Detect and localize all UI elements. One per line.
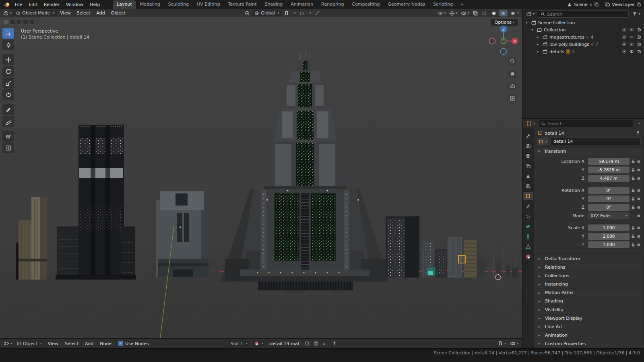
ortho-toggle-icon[interactable] bbox=[508, 94, 517, 103]
menu-edit[interactable]: Edit bbox=[25, 1, 40, 8]
properties-options-button[interactable]: ▾ bbox=[636, 120, 641, 127]
tab-geometry-nodes[interactable]: Geometry Nodes bbox=[384, 0, 429, 9]
eye-icon[interactable] bbox=[629, 35, 634, 39]
panel-instancing[interactable]: ▸Instancing bbox=[535, 280, 643, 288]
menu-window[interactable]: Window bbox=[63, 1, 87, 8]
pin-icon[interactable] bbox=[331, 340, 338, 347]
id-type-button[interactable]: ▾ bbox=[537, 138, 549, 145]
lock-icon[interactable] bbox=[630, 196, 636, 201]
animate-dot[interactable]: ● bbox=[636, 188, 641, 192]
tab-compositing[interactable]: Compositing bbox=[348, 0, 384, 9]
eye-icon[interactable] bbox=[629, 27, 634, 32]
location-x-field[interactable]: 59.179 m bbox=[588, 158, 630, 165]
tab-scene[interactable] bbox=[523, 172, 533, 180]
checkbox-icon[interactable] bbox=[622, 35, 627, 39]
camera-render-icon[interactable] bbox=[636, 35, 641, 39]
panel-line-art[interactable]: ▸Line Art bbox=[535, 323, 643, 331]
tool-extras[interactable] bbox=[2, 142, 14, 153]
eye-icon[interactable] bbox=[629, 42, 634, 47]
building-mid[interactable] bbox=[156, 191, 208, 277]
gizmo-x-label[interactable]: X bbox=[514, 39, 516, 43]
show-overlays-dropdown[interactable]: ▾ bbox=[460, 10, 471, 16]
tab-object[interactable] bbox=[523, 192, 533, 200]
rotation-mode-dropdown[interactable]: XYZ Euler▾ bbox=[588, 212, 630, 219]
animate-dot[interactable]: ● bbox=[636, 176, 641, 180]
tab-object-data[interactable] bbox=[523, 242, 533, 251]
falloff-icon[interactable] bbox=[313, 10, 321, 16]
animate-dot[interactable]: ● bbox=[636, 159, 641, 163]
rotation-x-field[interactable]: 0° bbox=[588, 187, 630, 194]
material-browse-dropdown[interactable]: ▾ bbox=[252, 340, 266, 347]
xray-toggle[interactable] bbox=[471, 10, 479, 16]
unlink-material-icon[interactable]: × bbox=[321, 340, 327, 347]
tab-texture-paint[interactable]: Texture Paint bbox=[224, 0, 261, 9]
tab-physics[interactable] bbox=[523, 222, 533, 230]
tab-animation[interactable]: Animation bbox=[287, 0, 317, 9]
properties-search-input[interactable] bbox=[547, 121, 631, 126]
tab-scripting[interactable]: Scripting bbox=[429, 0, 457, 9]
breadcrumb-object-name[interactable]: detail 14 bbox=[545, 131, 564, 136]
animate-dot[interactable]: ● bbox=[636, 234, 641, 238]
scale-z-field[interactable]: 1.000 bbox=[588, 241, 630, 248]
menu-render[interactable]: Render bbox=[41, 1, 63, 8]
tab-constraints[interactable] bbox=[523, 232, 533, 241]
transform-section-header[interactable]: ▾ Transform bbox=[535, 148, 643, 155]
tab-sculpting[interactable]: Sculpting bbox=[164, 0, 193, 9]
tool-transform[interactable] bbox=[2, 89, 14, 100]
node-overlay-button[interactable]: ▾ bbox=[509, 340, 520, 347]
animate-dot[interactable]: ● bbox=[636, 226, 641, 230]
menu-help[interactable]: Help bbox=[87, 1, 103, 8]
outliner-filter-button[interactable]: ▾ bbox=[631, 11, 642, 18]
scene-selector[interactable]: Scene × bbox=[567, 2, 599, 7]
eye-icon[interactable] bbox=[629, 49, 634, 54]
select-mode-subtract-icon[interactable] bbox=[17, 19, 22, 25]
outliner-row-megastructures[interactable]: ▸ megastructures ▽ 4 bbox=[522, 33, 644, 41]
snap-toggle-button[interactable] bbox=[283, 10, 291, 16]
scale-x-field[interactable]: 1.000 bbox=[588, 224, 630, 231]
menu-node-view[interactable]: View bbox=[45, 341, 61, 347]
camera-render-icon[interactable] bbox=[636, 27, 641, 32]
properties-search[interactable] bbox=[538, 120, 634, 127]
outliner-row-collection[interactable]: ▾ Collection bbox=[522, 26, 644, 33]
tab-layout[interactable]: Layout bbox=[113, 0, 136, 9]
panel-shading[interactable]: ▸Shading bbox=[535, 297, 643, 305]
gizmo-y-ball[interactable] bbox=[501, 38, 506, 43]
tab-material[interactable] bbox=[523, 252, 533, 261]
menu-add[interactable]: Add bbox=[93, 10, 107, 16]
tab-shading[interactable]: Shading bbox=[261, 0, 287, 9]
panel-viewport-display[interactable]: ▸Viewport Display bbox=[535, 315, 643, 322]
menu-node-select[interactable]: Select bbox=[62, 341, 81, 347]
select-mode-extend-icon[interactable] bbox=[10, 19, 15, 25]
shading-rendered-button[interactable]: ◉▾ bbox=[508, 10, 520, 16]
visibility-dropdown[interactable]: ▾ bbox=[436, 10, 447, 16]
fake-user-shield-icon[interactable] bbox=[303, 340, 311, 347]
object-name-field[interactable] bbox=[550, 138, 641, 145]
checkbox-icon[interactable] bbox=[622, 42, 627, 47]
navigation-gizmo[interactable]: Z X bbox=[488, 25, 519, 55]
tool-move[interactable] bbox=[2, 54, 14, 65]
slot-dropdown[interactable]: Slot 1▾ bbox=[228, 340, 250, 347]
location-y-field[interactable]: -5.2828 m bbox=[588, 167, 630, 173]
rotation-z-field[interactable]: 0° bbox=[588, 204, 630, 211]
transform-pivot-button[interactable] bbox=[243, 10, 251, 16]
checkbox-icon[interactable] bbox=[622, 49, 627, 54]
tab-modeling[interactable]: Modeling bbox=[136, 0, 164, 9]
lock-icon[interactable] bbox=[630, 225, 636, 230]
panel-delta-transform[interactable]: ▸Delta Transform bbox=[535, 255, 643, 263]
gizmo-negz-ball[interactable] bbox=[500, 48, 506, 54]
orientation-dropdown[interactable]: Global ▾ bbox=[252, 10, 282, 16]
tab-tool[interactable] bbox=[523, 132, 533, 140]
location-z-field[interactable]: 4.487 m bbox=[588, 175, 630, 182]
proportional-settings-button[interactable]: ▾ bbox=[307, 10, 312, 16]
tool-rotate[interactable] bbox=[2, 66, 14, 77]
panel-collections[interactable]: ▸Collections bbox=[535, 272, 643, 280]
disclosure-icon[interactable]: ▸ bbox=[537, 42, 541, 46]
use-nodes-checkbox[interactable]: ✓ Use Nodes bbox=[118, 341, 149, 346]
disclosure-icon[interactable]: ▸ bbox=[537, 49, 541, 53]
menu-view[interactable]: View bbox=[57, 10, 73, 16]
viewlayer-selector[interactable]: ViewLayer bbox=[605, 2, 641, 7]
tab-uv-editing[interactable]: UV Editing bbox=[193, 0, 224, 9]
outliner-editor-type-button[interactable]: ▾ bbox=[525, 11, 536, 18]
checkbox-icon[interactable] bbox=[622, 27, 627, 32]
gizmo-negx-ball[interactable] bbox=[489, 38, 495, 44]
